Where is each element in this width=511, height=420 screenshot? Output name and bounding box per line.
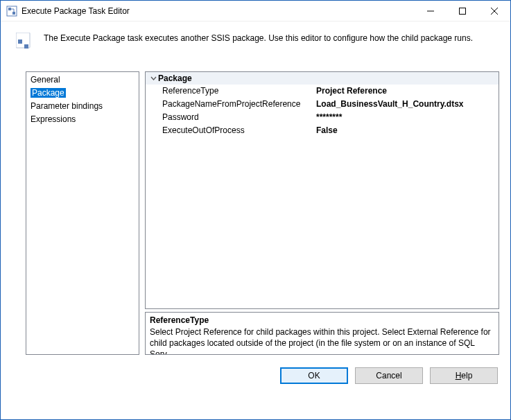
property-label: PackageNameFromProjectReference bbox=[158, 98, 315, 111]
help-button[interactable]: Help bbox=[430, 367, 498, 384]
maximize-button[interactable] bbox=[447, 1, 478, 21]
property-value: ******** bbox=[315, 111, 499, 124]
description-text: Select Project Reference for child packa… bbox=[150, 326, 494, 355]
chevron-down-icon bbox=[148, 76, 158, 82]
property-row-referencetype[interactable]: ReferenceType Project Reference bbox=[146, 85, 499, 98]
property-label: Password bbox=[158, 111, 315, 124]
ok-button[interactable]: OK bbox=[280, 367, 348, 384]
sidebar-item-general[interactable]: General bbox=[26, 73, 139, 87]
sidebar-item-label: General bbox=[31, 75, 60, 85]
sidebar-item-label: Package bbox=[31, 88, 66, 98]
property-label: ReferenceType bbox=[158, 85, 315, 98]
package-icon bbox=[15, 31, 37, 53]
svg-rect-6 bbox=[460, 8, 466, 14]
close-button[interactable] bbox=[478, 1, 510, 21]
property-row-executeoutofprocess[interactable]: ExecuteOutOfProcess False bbox=[146, 124, 499, 137]
description-panel: ReferenceType Select Project Reference f… bbox=[145, 312, 499, 355]
svg-rect-2 bbox=[12, 12, 15, 15]
category-label: Package bbox=[158, 73, 192, 83]
sidebar: General Package Parameter bindings Expre… bbox=[26, 71, 139, 355]
property-row-packagename[interactable]: PackageNameFromProjectReference Load_Bus… bbox=[146, 98, 499, 111]
property-category[interactable]: Package bbox=[146, 72, 499, 85]
property-value: Project Reference bbox=[315, 85, 499, 98]
header-description: The Execute Package task executes anothe… bbox=[44, 31, 496, 44]
cancel-button[interactable]: Cancel bbox=[355, 367, 423, 384]
property-value: Load_BusinessVault_H_Country.dtsx bbox=[315, 98, 499, 111]
sidebar-item-label: Parameter bindings bbox=[31, 101, 103, 111]
minimize-button[interactable] bbox=[415, 1, 447, 21]
property-rows: ReferenceType Project Reference PackageN… bbox=[146, 85, 499, 137]
svg-rect-10 bbox=[18, 40, 22, 44]
property-label: ExecuteOutOfProcess bbox=[158, 124, 315, 137]
app-icon bbox=[6, 6, 17, 17]
window-title: Execute Package Task Editor bbox=[21, 6, 130, 16]
property-grid: Package ReferenceType Project Reference … bbox=[145, 71, 499, 309]
sidebar-item-package[interactable]: Package bbox=[26, 87, 139, 100]
svg-rect-1 bbox=[8, 8, 11, 10]
property-value: False bbox=[315, 124, 499, 137]
sidebar-item-label: Expressions bbox=[31, 114, 76, 124]
main-panel: Package ReferenceType Project Reference … bbox=[145, 71, 499, 355]
header: The Execute Package task executes anothe… bbox=[1, 21, 510, 71]
sidebar-item-expressions[interactable]: Expressions bbox=[26, 113, 139, 126]
titlebar: Execute Package Task Editor bbox=[1, 1, 510, 21]
description-title: ReferenceType bbox=[150, 315, 494, 325]
content: General Package Parameter bindings Expre… bbox=[1, 71, 510, 355]
svg-rect-11 bbox=[24, 44, 28, 49]
button-row: OK Cancel Help bbox=[1, 355, 510, 384]
sidebar-item-parameter-bindings[interactable]: Parameter bindings bbox=[26, 100, 139, 113]
property-row-password[interactable]: Password ******** bbox=[146, 111, 499, 124]
